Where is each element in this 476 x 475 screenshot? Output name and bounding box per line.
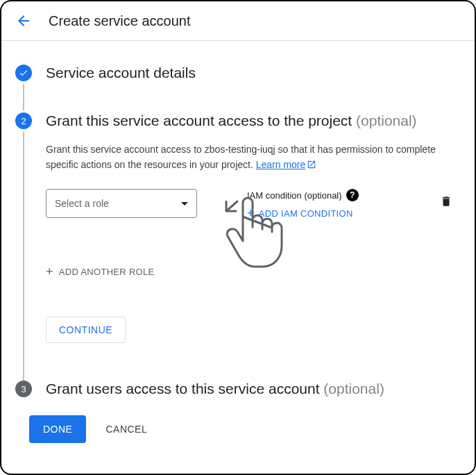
step-connector [23, 132, 24, 382]
step-1-badge [15, 65, 32, 81]
continue-button[interactable]: CONTINUE [46, 317, 126, 343]
page-title: Create service account [49, 13, 191, 29]
external-link-icon [307, 160, 316, 169]
role-section: Select a role IAM condition (optional) ?… [46, 189, 461, 219]
step-2: 2 Grant this service account access to t… [15, 111, 461, 362]
cancel-button[interactable]: CANCEL [105, 424, 147, 435]
iam-condition-label: IAM condition (optional) [247, 190, 342, 201]
role-select-placeholder: Select a role [55, 198, 109, 209]
delete-icon[interactable] [440, 194, 452, 208]
step-3-badge: 3 [15, 381, 32, 397]
back-arrow-icon[interactable] [15, 12, 32, 29]
check-icon [19, 68, 28, 78]
page-header: Create service account [1, 1, 475, 41]
learn-more-link[interactable]: Learn more [256, 157, 317, 172]
step-3-title: Grant users access to this service accou… [46, 379, 461, 398]
step-2-title: Grant this service account access to the… [46, 111, 461, 130]
role-select[interactable]: Select a role [46, 189, 197, 218]
step-connector [23, 84, 24, 110]
step-3: 3 Grant users access to this service acc… [15, 379, 461, 398]
wizard-content: Service account details 2 Grant this ser… [1, 41, 475, 457]
step-2-badge: 2 [15, 112, 32, 129]
iam-condition-section: IAM condition (optional) ? + ADD IAM CON… [247, 189, 359, 219]
footer-actions: DONE CANCEL [15, 415, 461, 443]
plus-icon: + [247, 207, 255, 219]
step-1: Service account details [15, 63, 461, 82]
help-icon[interactable]: ? [346, 189, 359, 201]
add-another-role-button[interactable]: + ADD ANOTHER ROLE [46, 260, 155, 283]
dropdown-icon [181, 202, 188, 206]
step-1-title: Service account details [46, 63, 461, 82]
done-button[interactable]: DONE [29, 415, 86, 443]
step-2-description: Grant this service account access to zbo… [46, 142, 461, 173]
plus-icon: + [46, 265, 53, 278]
add-iam-condition-button[interactable]: + ADD IAM CONDITION [247, 207, 359, 219]
iam-label-row: IAM condition (optional) ? [247, 189, 359, 201]
